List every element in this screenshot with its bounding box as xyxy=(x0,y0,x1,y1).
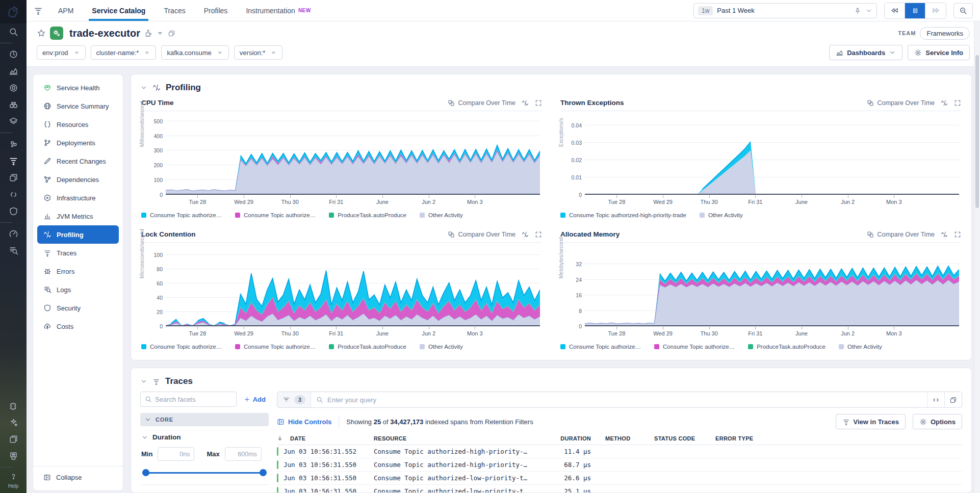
legend-item[interactable]: Other Activity xyxy=(420,344,463,350)
legend-item[interactable]: ProduceTask.autoProduce xyxy=(329,212,406,218)
legend-item[interactable]: Consume Topic authorize… xyxy=(235,344,316,350)
query-input[interactable] xyxy=(327,396,922,404)
datadog-logo[interactable] xyxy=(0,0,27,23)
nav-tab-traces[interactable]: Traces xyxy=(154,0,194,21)
column-header-duration[interactable]: DURATION xyxy=(547,435,593,442)
duration-max-input[interactable] xyxy=(225,447,262,461)
apm-rail-icon[interactable] xyxy=(0,152,27,169)
compare-over-time-button[interactable]: Compare Over Time xyxy=(867,231,935,238)
sidebar-item-service-health[interactable]: Service Health xyxy=(37,79,119,97)
compare-over-time-button[interactable]: Compare Over Time xyxy=(448,231,515,238)
pixel-rail-icon[interactable] xyxy=(0,448,27,464)
facet-search-input[interactable] xyxy=(155,396,232,403)
scrollbar-thumb[interactable] xyxy=(975,55,979,208)
cluster-rail-icon[interactable] xyxy=(0,136,27,152)
layers-rail-icon[interactable] xyxy=(0,113,27,130)
chart-plot-area[interactable]: 0100200300400500 xyxy=(166,118,540,195)
options-button[interactable]: Options xyxy=(913,414,962,429)
expand-icon[interactable] xyxy=(535,231,542,238)
sparkles-rail-icon[interactable] xyxy=(0,414,27,431)
span-row[interactable]: Jun 03 10:56:31.550Consume Topic authori… xyxy=(277,458,962,472)
compare-over-time-button[interactable]: Compare Over Time xyxy=(867,99,935,107)
column-header-date[interactable]: DATE xyxy=(277,435,374,442)
area-chart-rail-icon[interactable] xyxy=(0,63,27,80)
column-header-method[interactable]: METHOD xyxy=(593,435,642,442)
legend-item[interactable]: Consume Topic authorize… xyxy=(654,344,735,350)
gauge-rail-icon[interactable] xyxy=(0,225,27,242)
legend-item[interactable]: ProduceTask.autoProduce xyxy=(329,344,406,350)
help-button[interactable]: Help xyxy=(0,470,27,493)
copy-query-icon[interactable] xyxy=(944,392,962,407)
sidebar-item-infrastructure[interactable]: Infrastructure xyxy=(37,189,119,207)
slider-handle-min[interactable] xyxy=(142,469,149,476)
span-row[interactable]: Jun 03 10:56:31.550Consume Topic authori… xyxy=(277,485,962,493)
column-header-status-code[interactable]: STATUS CODE xyxy=(642,435,703,442)
link-rail-icon[interactable] xyxy=(0,186,27,203)
log-search-rail-icon[interactable] xyxy=(0,242,27,259)
sidebar-item-traces[interactable]: Traces xyxy=(37,244,119,262)
copy-service-icon[interactable] xyxy=(168,30,175,37)
pause-button[interactable] xyxy=(905,3,925,18)
team-pill[interactable]: Frameworks xyxy=(920,27,970,40)
sidebar-item-jvm-metrics[interactable]: JVM Metrics xyxy=(37,207,119,225)
sidebar-collapse-button[interactable]: Collapse xyxy=(37,469,119,486)
duration-min-input[interactable] xyxy=(158,447,194,461)
windows-rail-icon[interactable] xyxy=(0,169,27,186)
filter-pill-version-[interactable]: version:* xyxy=(234,45,283,60)
target-rail-icon[interactable] xyxy=(0,80,27,96)
sidebar-item-service-summary[interactable]: Service Summary xyxy=(37,97,119,115)
span-row[interactable]: Jun 03 10:56:31.552Consume Topic authori… xyxy=(277,445,962,458)
binoculars-rail-icon[interactable] xyxy=(0,96,27,113)
slider-handle-max[interactable] xyxy=(260,469,267,476)
profile-compare-icon[interactable] xyxy=(941,231,948,238)
time-range-picker[interactable]: 1w Past 1 Week xyxy=(693,3,877,18)
sidebar-item-logs[interactable]: Logs xyxy=(37,280,119,299)
chart-plot-area[interactable]: 020406080100 xyxy=(166,250,540,326)
profile-compare-icon[interactable] xyxy=(522,231,529,238)
dashboards-button[interactable]: Dashboards xyxy=(829,45,902,60)
column-header-resource[interactable]: RESOURCE xyxy=(374,435,547,442)
profile-compare-icon[interactable] xyxy=(941,99,948,107)
pin-icon[interactable] xyxy=(854,7,861,14)
sidebar-item-profiling[interactable]: Profiling xyxy=(37,225,119,244)
profile-compare-icon[interactable] xyxy=(522,99,529,107)
code-view-icon[interactable] xyxy=(927,392,944,407)
service-caret-icon[interactable] xyxy=(157,30,164,37)
core-facet-group-header[interactable]: CORE xyxy=(140,413,269,426)
query-filter-toggle[interactable]: 3 xyxy=(277,392,311,407)
duration-facet-header[interactable]: Duration xyxy=(141,433,268,441)
compare-over-time-button[interactable]: Compare Over Time xyxy=(448,99,515,107)
add-facet-button[interactable]: Add xyxy=(241,396,269,403)
chevron-down-icon[interactable] xyxy=(140,84,147,91)
zoom-out-button[interactable] xyxy=(953,3,973,18)
nav-tab-profiles[interactable]: Profiles xyxy=(195,0,237,21)
sidebar-item-errors[interactable]: Errors xyxy=(37,262,119,280)
legend-item[interactable]: Consume Topic authorize… xyxy=(141,344,222,350)
nav-tab-service-catalog[interactable]: Service Catalog xyxy=(83,0,154,21)
hide-controls-button[interactable]: Hide Controls xyxy=(277,418,331,426)
expand-icon[interactable] xyxy=(954,99,961,107)
service-info-button[interactable]: Service Info xyxy=(908,45,970,60)
sidebar-item-security[interactable]: Security xyxy=(37,299,119,317)
window-scrollbar[interactable] xyxy=(974,21,980,493)
chevron-down-icon[interactable] xyxy=(140,378,147,385)
sidebar-item-dependencies[interactable]: Dependencies xyxy=(37,170,119,189)
duration-range-slider[interactable] xyxy=(142,469,267,476)
favorite-star-icon[interactable] xyxy=(37,29,46,38)
chart-plot-area[interactable]: 08162432 xyxy=(585,250,959,326)
history-rail-icon[interactable] xyxy=(0,46,27,63)
forward-button[interactable] xyxy=(925,3,946,18)
nav-tab-apm[interactable]: APM xyxy=(49,0,83,21)
rewind-button[interactable] xyxy=(885,3,905,18)
legend-item[interactable]: Other Activity xyxy=(700,212,743,218)
legend-item[interactable]: Consume Topic authorized-high-priority-t… xyxy=(560,212,686,218)
filter-pill-env-prod[interactable]: env:prod xyxy=(37,45,86,60)
sidebar-item-deployments[interactable]: Deployments xyxy=(37,134,119,152)
chart-plot-area[interactable]: 00.010.020.030.04 xyxy=(585,118,959,195)
legend-item[interactable]: Other Activity xyxy=(839,344,882,350)
expand-icon[interactable] xyxy=(535,99,542,107)
puzzle-rail-icon[interactable] xyxy=(0,397,27,414)
pages-rail-icon[interactable] xyxy=(0,431,27,448)
legend-item[interactable]: Consume Topic authorize… xyxy=(235,212,316,218)
legend-item[interactable]: Other Activity xyxy=(420,212,463,218)
